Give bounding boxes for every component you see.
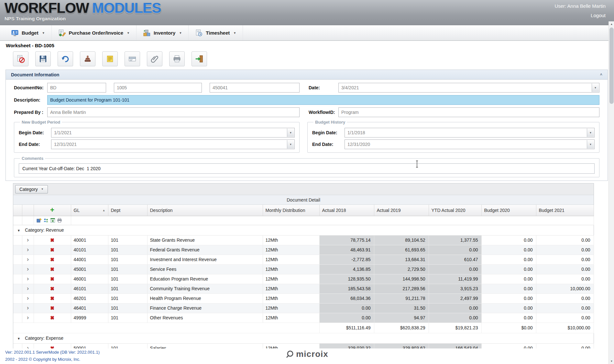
group-collapse-icon[interactable]: ▼: [17, 337, 20, 340]
add-row-icon[interactable]: +: [37, 207, 68, 213]
chevron-down-icon: ▼: [127, 31, 130, 35]
row-delete-icon[interactable]: ✖: [50, 345, 54, 348]
exit-button[interactable]: [192, 51, 207, 66]
table-row: ›✖40001101State Grants Revenue12Mth78,77…: [13, 235, 594, 245]
begin-date-value: 1/1/2021: [54, 128, 286, 137]
cell-gl: 45001: [71, 264, 108, 274]
cell-dept: 101: [108, 264, 147, 274]
row-expand-icon[interactable]: ›: [27, 266, 29, 272]
date-combo[interactable]: 3/4/2021 ▼: [338, 83, 599, 93]
header-budget-2021[interactable]: Budget 2021: [536, 205, 594, 216]
end-date-dropdown-button[interactable]: ▼: [587, 140, 594, 149]
cell-distribution: 12Mth: [263, 343, 319, 348]
menu-label: Timesheet: [206, 30, 230, 36]
excel-export-tool-icon[interactable]: [50, 218, 55, 223]
menu-label: Inventory: [154, 30, 176, 36]
row-expand-icon[interactable]: ›: [27, 275, 29, 282]
table-row: ›✖46401101Finance Charge Revenue12Mth0.0…: [13, 303, 594, 313]
header-monthly-distribution[interactable]: Monthly Distribution: [263, 205, 319, 216]
header-actual-2019[interactable]: Actual 2019: [374, 205, 429, 216]
history-begin-date-combo[interactable]: 1/1/2018 ▼: [345, 128, 595, 138]
comments-input[interactable]: Current Year Cut-off-Date: Dec 1 2020: [19, 163, 595, 174]
date-dropdown-button[interactable]: ▼: [592, 83, 599, 92]
end-date-dropdown-button[interactable]: ▼: [287, 140, 294, 149]
group-collapse-icon[interactable]: ▼: [17, 229, 20, 232]
void-button[interactable]: [13, 51, 28, 66]
scroll-down-icon: ▼: [610, 360, 613, 363]
row-delete-icon[interactable]: ✖: [50, 237, 54, 243]
document-no-suffix-input[interactable]: 450041: [210, 83, 300, 93]
begin-date-dropdown-button[interactable]: ▼: [287, 128, 294, 137]
workflow-id-input[interactable]: Program: [338, 107, 599, 117]
cell-budget-2021: 0.00: [536, 293, 594, 303]
row-expand-icon[interactable]: ›: [27, 304, 29, 311]
menu-item-timesheet[interactable]: Timesheet ▼: [189, 25, 243, 40]
cell-budget-2020: 0.00: [481, 313, 536, 323]
scroll-down-button[interactable]: ▼: [609, 358, 614, 364]
print-grid-tool-icon[interactable]: [57, 218, 62, 223]
menu-item-inventory[interactable]: Inventory ▼: [137, 25, 189, 40]
new-period-begin-date-combo[interactable]: 1/1/2021 ▼: [51, 128, 295, 138]
save-button[interactable]: [35, 51, 51, 66]
stamp-button[interactable]: [80, 51, 95, 66]
scroll-up-button[interactable]: ▲: [609, 21, 614, 27]
header-description[interactable]: Description: [147, 205, 263, 216]
attachment-button[interactable]: [147, 51, 162, 66]
user-info: User: Anna Belle Martin: [554, 3, 606, 9]
description-input[interactable]: Budget Document for Program 101-101: [47, 95, 599, 105]
row-delete-icon[interactable]: ✖: [50, 247, 54, 252]
import-accounts-tool-icon[interactable]: [43, 218, 49, 223]
history-end-date-combo[interactable]: 12/31/2020 ▼: [345, 139, 595, 149]
document-information-panel: Document Information ˄ DocumentNo: BD 10…: [5, 70, 608, 181]
row-expand-icon[interactable]: ›: [27, 246, 29, 253]
header-add-cell: +: [34, 205, 71, 216]
row-delete-icon[interactable]: ✖: [50, 315, 54, 320]
row-delete-icon[interactable]: ✖: [50, 305, 54, 311]
microix-logo: microix: [0, 349, 614, 359]
header-budget-2020[interactable]: Budget 2020: [481, 205, 536, 216]
cell-actual-2019: 144,998.50: [374, 274, 429, 284]
row-delete-icon[interactable]: ✖: [50, 257, 54, 262]
menu-item-budget[interactable]: Budget ▼: [5, 25, 52, 40]
menu-item-purchase-order[interactable]: Purchase Order/Invoice ▼: [52, 25, 137, 40]
row-expand-icon[interactable]: ›: [27, 295, 29, 301]
header-actual-2018[interactable]: Actual 2018: [319, 205, 374, 216]
group-by-category-button[interactable]: Category ▼: [15, 185, 48, 193]
row-expand-icon[interactable]: ›: [27, 314, 29, 321]
cell-description: State Grants Revenue: [147, 235, 263, 245]
card-button[interactable]: [125, 51, 140, 66]
new-period-end-date-combo[interactable]: 12/31/2021 ▼: [51, 139, 295, 149]
print-button[interactable]: [169, 51, 185, 66]
row-delete-icon[interactable]: ✖: [50, 276, 54, 281]
document-no-number-input[interactable]: 1005: [114, 83, 202, 93]
row-delete-icon[interactable]: ✖: [50, 266, 54, 272]
cell-actual-2019: 91,211.78: [374, 293, 429, 303]
autofill-tool-icon[interactable]: [37, 218, 42, 223]
row-expand-icon[interactable]: ›: [27, 256, 29, 262]
row-expand-icon[interactable]: ›: [27, 345, 29, 348]
row-delete-icon[interactable]: ✖: [50, 295, 54, 301]
cell-actual-2019: 31.50: [374, 303, 429, 313]
table-row: ›✖46101101Community Training Revenue12Mt…: [13, 284, 594, 293]
total-budget-2021: $10,000.00: [536, 323, 594, 333]
cell-dept: 101: [108, 245, 147, 255]
row-delete-icon[interactable]: ✖: [50, 286, 54, 291]
row-expand-icon[interactable]: ›: [27, 237, 29, 243]
header-ytd-actual-2020[interactable]: YTD Actual 2020: [429, 205, 481, 216]
row-expand-icon[interactable]: ›: [27, 285, 29, 292]
logout-link[interactable]: Logout: [591, 13, 606, 18]
prepared-by-input[interactable]: Anna Belle Martin: [47, 107, 300, 117]
notes-button[interactable]: [102, 51, 118, 66]
undo-button[interactable]: [58, 51, 73, 66]
document-no-prefix-input[interactable]: BD: [47, 83, 106, 93]
scrollbar-thumb[interactable]: [609, 28, 614, 104]
main-menu: Budget ▼ Purchase Order/Invoice ▼ Invent…: [0, 25, 614, 41]
cell-distribution: 12Mth: [263, 245, 319, 255]
collapse-panel-icon[interactable]: ˄: [600, 73, 602, 76]
begin-date-dropdown-button[interactable]: ▼: [587, 128, 594, 137]
header-gl[interactable]: GL▲: [71, 205, 108, 216]
vertical-scrollbar[interactable]: ▲ ▼: [609, 21, 614, 364]
app-window: WORKFLOWMODULES NPS Training Organizatio…: [0, 0, 614, 364]
header-dept[interactable]: Dept: [108, 205, 147, 216]
cell-actual-2018: 48,463.91: [319, 245, 374, 255]
